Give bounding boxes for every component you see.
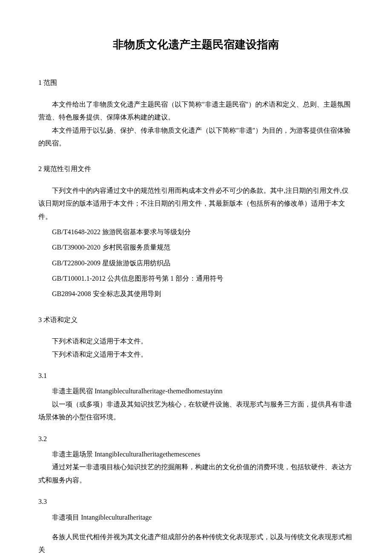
reference-item: GB/T39000-2020 乡村民宿服务质量规范 xyxy=(38,241,354,254)
section-1-para-2: 本文件适用于以弘扬、保护、传承非物质文化遗产（以下简称"非遗"）为目的，为游客提… xyxy=(38,124,354,150)
section-1-heading: 1 范围 xyxy=(38,76,354,89)
section-3-para-1: 下列术语和定义适用于本文件。 xyxy=(38,335,354,348)
term-3-2-name: 非遗主题场景 IntangibIeculturaIheritagethemesc… xyxy=(38,448,354,461)
reference-item: GB/T10001.1-2012 公共信息图形符号第 1 部分：通用符号 xyxy=(38,272,354,285)
section-3-para-2: 下列术语和定义适用于本文件。 xyxy=(38,348,354,361)
section-1-para-1: 本文件给出了非物质文化遗产主题民宿（以下简称"非遗主题民宿"）的术语和定义、总则… xyxy=(38,98,354,124)
term-3-1-name: 非遗主题民宿 IntangibleculturaIheritage-themed… xyxy=(38,385,354,398)
term-3-2-definition: 通过对某一非遗项目核心知识技艺的挖掘阐释，构建出的文化价值的消费环境，包括软硬件… xyxy=(38,461,354,487)
reference-item: GB/T41648-2022 旅游民宿基本要求与等级划分 xyxy=(38,226,354,238)
section-2-heading: 2 规范性引用文件 xyxy=(38,163,354,175)
term-3-2-number: 3.2 xyxy=(38,433,354,445)
reference-item: GB/T22800-2009 星级旅游饭店用纺织品 xyxy=(38,257,354,270)
term-3-3-definition: 各族人民世代相传并视为其文化遗产组成部分的各种传统文化表现形式，以及与传统文化表… xyxy=(38,531,354,555)
term-3-1-number: 3.1 xyxy=(38,369,354,382)
term-3-3-name: 非遗项目 IntangibleculturaIheritage xyxy=(38,511,354,524)
term-3-1-definition: 以一项（或多项）非遗及其知识技艺为核心，在软硬件设施、表现形式与服务三方面，提供… xyxy=(38,398,354,424)
reference-item: GB2894-2008 安全标志及其使用导则 xyxy=(38,288,354,300)
document-title: 非物质文化遗产主题民宿建设指南 xyxy=(38,34,354,55)
section-3-heading: 3 术语和定义 xyxy=(38,314,354,326)
section-2-para-1: 下列文件中的内容通过文中的规范性引用而构成本文件必不可少的条款。其中,注日期的引… xyxy=(38,184,354,223)
term-3-3-number: 3.3 xyxy=(38,495,354,508)
